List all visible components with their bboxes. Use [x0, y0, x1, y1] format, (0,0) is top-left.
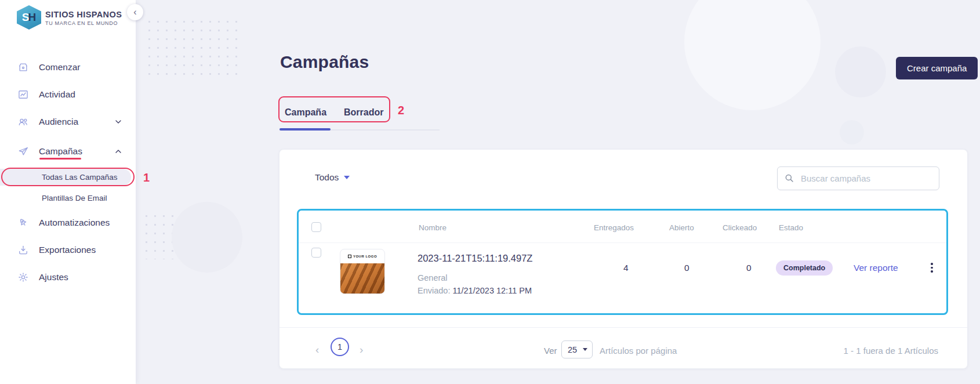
- view-report-link[interactable]: Ver reporte: [854, 263, 898, 273]
- sent-label: Enviado:: [418, 286, 450, 295]
- sidebar-item-automatizaciones[interactable]: Automatizaciones: [17, 215, 124, 230]
- brand-logo: SH: [17, 5, 41, 30]
- search-input[interactable]: [777, 166, 939, 190]
- paper-plane-icon: [17, 146, 29, 157]
- sidebar-item-label: Campañas: [39, 146, 82, 157]
- campaign-sent-line: Enviado: 11/21/2023 12:11 PM: [418, 286, 532, 295]
- pagination-prev-icon[interactable]: ‹: [315, 343, 319, 356]
- sidebar-item-plantillas-de-email[interactable]: Plantillas De Email: [42, 194, 107, 202]
- per-page-label: Artículos por página: [600, 346, 677, 356]
- footer-divider: [280, 327, 967, 328]
- column-header-clickeado: Clickeado: [723, 223, 757, 232]
- sidebar-item-comenzar[interactable]: Comenzar: [17, 60, 124, 75]
- sidebar-item-audiencia[interactable]: Audiencia: [17, 114, 124, 129]
- campaigns-active-underline: [39, 158, 81, 160]
- search-icon: [784, 173, 794, 186]
- pagination-page-1[interactable]: 1: [331, 338, 349, 356]
- sidebar-item-ajustes[interactable]: Ajustes: [17, 270, 124, 285]
- column-header-abierto: Abierto: [669, 223, 694, 232]
- sidebar-item-label: Automatizaciones: [39, 218, 110, 228]
- sidebar-item-label: Actividad: [39, 89, 75, 100]
- tab-borrador[interactable]: Borrador: [344, 107, 383, 118]
- annotation-number-2: 2: [398, 104, 404, 117]
- bg-circle-bottom-left: [172, 202, 242, 273]
- rocket-icon: [17, 217, 29, 229]
- chevron-up-icon[interactable]: [114, 147, 123, 158]
- table-highlight-region: Nombre Entregados Abierto Clickeado Esta…: [297, 209, 948, 315]
- bg-circle-large: [684, 0, 821, 110]
- page-title: Campañas: [280, 52, 369, 72]
- opened-count: 0: [684, 263, 689, 273]
- campaign-category: General: [418, 273, 448, 282]
- page-size-view-label: Ver: [544, 346, 557, 356]
- sidebar-collapse-button[interactable]: ‹: [127, 4, 143, 20]
- tab-active-underline: [280, 128, 331, 131]
- sidebar: SH SITIOS HISPANOS TU MARCA EN EL MUNDO …: [0, 0, 136, 384]
- filter-dropdown-label: Todos: [315, 172, 339, 183]
- audience-people-icon: [17, 116, 29, 128]
- bg-circle-small: [840, 120, 864, 144]
- select-all-checkbox[interactable]: [311, 222, 321, 232]
- search-box: [777, 166, 939, 190]
- store-icon: [17, 61, 29, 73]
- page-size-select[interactable]: 25: [561, 340, 593, 358]
- caret-down-icon: [344, 176, 350, 179]
- pagination-next-icon[interactable]: ›: [360, 343, 363, 356]
- caret-down-icon: [583, 348, 587, 351]
- column-header-estado: Estado: [779, 223, 803, 232]
- row-menu-kebab-icon[interactable]: [928, 260, 935, 275]
- campaigns-card: Todos Nombre Entregados Abierto Clickead…: [279, 149, 968, 369]
- clicked-count: 0: [746, 263, 752, 273]
- chevron-down-icon[interactable]: [114, 117, 123, 129]
- sidebar-item-exportaciones[interactable]: Exportaciones: [17, 242, 124, 258]
- filter-dropdown[interactable]: Todos: [315, 172, 350, 183]
- gear-icon: [17, 271, 29, 283]
- brand-name: SITIOS HISPANOS: [45, 10, 122, 19]
- sidebar-item-label: Ajustes: [39, 272, 68, 282]
- sidebar-item-label: Exportaciones: [39, 245, 96, 255]
- logo-letter-h: H: [28, 11, 36, 24]
- dots-pattern-top: [145, 17, 244, 75]
- thumbnail-dunes-image: [340, 263, 384, 294]
- brand-tagline: TU MARCA EN EL MUNDO: [45, 20, 118, 26]
- row-checkbox[interactable]: [311, 248, 321, 258]
- sidebar-item-actividad[interactable]: Actividad: [17, 87, 124, 102]
- sent-datetime: 11/21/2023 12:11 PM: [452, 286, 532, 295]
- pagination-range-summary: 1 - 1 fuera de 1 Artículos: [844, 346, 938, 356]
- campaign-thumbnail[interactable]: YOUR LOGO: [340, 249, 385, 294]
- create-campaign-button[interactable]: Crear campaña: [896, 57, 978, 79]
- sidebar-item-todas-las-campanas[interactable]: Todas Las Campañas: [42, 173, 118, 182]
- sidebar-item-label: Audiencia: [39, 117, 78, 127]
- header-divider: [299, 242, 946, 243]
- thumbnail-logo-bar: YOUR LOGO: [340, 249, 384, 263]
- delivered-count: 4: [623, 263, 629, 273]
- sidebar-item-label: Comenzar: [39, 62, 81, 73]
- campaign-name[interactable]: 2023-11-21T15:11:19.497Z: [418, 253, 532, 264]
- tab-campana[interactable]: Campaña: [285, 107, 326, 118]
- page-size-value: 25: [568, 345, 577, 354]
- activity-chart-icon: [17, 89, 29, 100]
- status-badge: Completado: [776, 260, 833, 276]
- download-icon: [17, 244, 29, 256]
- annotation-number-1: 1: [143, 171, 150, 184]
- thumbnail-logo-square-icon: [348, 255, 351, 258]
- column-header-entregados: Entregados: [594, 223, 634, 232]
- thumbnail-logo-text: YOUR LOGO: [353, 255, 377, 258]
- column-header-nombre: Nombre: [419, 223, 447, 232]
- bg-circle-medium: [835, 46, 886, 97]
- sidebar-item-campanas[interactable]: Campañas: [17, 144, 124, 159]
